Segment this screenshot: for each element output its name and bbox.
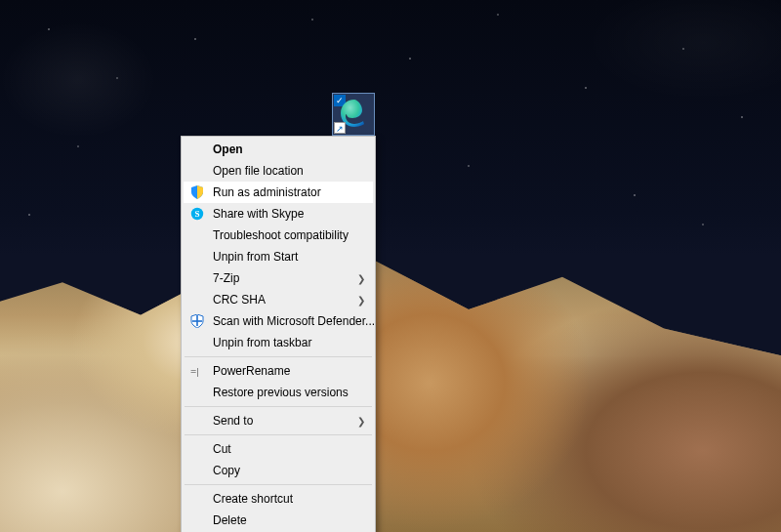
wallpaper-stars (0, 0, 781, 261)
menu-item-copy[interactable]: Copy (184, 460, 373, 481)
menu-item-label: PowerRename (213, 364, 290, 378)
menu-separator (185, 434, 372, 435)
menu-item-label: Run as administrator (213, 185, 321, 199)
rename-icon: =| (189, 363, 205, 379)
menu-separator (185, 484, 372, 485)
shield-admin-icon (189, 184, 205, 200)
desktop-icon-edge[interactable]: ✓ ↗ (332, 93, 375, 136)
menu-item-label: Send to (213, 414, 253, 428)
menu-item-label: Scan with Microsoft Defender... (213, 314, 375, 328)
shortcut-arrow-icon: ↗ (334, 122, 346, 134)
menu-item-cut[interactable]: Cut (184, 438, 373, 460)
menu-item-label: Troubleshoot compatibility (213, 228, 349, 242)
menu-icon-empty (189, 142, 205, 157)
menu-icon-empty (189, 413, 205, 429)
svg-rect-3 (192, 320, 202, 322)
menu-item-unpin-start[interactable]: Unpin from Start (184, 246, 373, 267)
menu-separator (185, 356, 372, 357)
menu-item-label: Open file location (213, 164, 304, 178)
menu-item-create-shortcut[interactable]: Create shortcut (184, 488, 373, 510)
menu-item-label: Delete (213, 513, 247, 527)
menu-item-open-file-location[interactable]: Open file location (184, 160, 373, 182)
desktop-context-menu: OpenOpen file locationRun as administrat… (181, 136, 376, 532)
menu-icon-empty (189, 335, 205, 350)
menu-item-run-as-admin[interactable]: Run as administrator (184, 182, 373, 203)
menu-icon-empty (189, 463, 205, 478)
menu-icon-empty (189, 227, 205, 243)
menu-item-label: Open (213, 143, 243, 156)
chevron-right-icon: ❯ (357, 273, 365, 284)
menu-item-power-rename[interactable]: =|PowerRename (184, 360, 373, 382)
menu-item-label: Copy (213, 464, 240, 477)
menu-item-defender-scan[interactable]: Scan with Microsoft Defender... (184, 310, 373, 332)
menu-item-label: Create shortcut (213, 492, 293, 506)
menu-item-label: Cut (213, 442, 231, 456)
menu-item-unpin-taskbar[interactable]: Unpin from taskbar (184, 332, 373, 353)
menu-item-label: 7-Zip (213, 271, 239, 285)
menu-item-label: Restore previous versions (213, 386, 349, 399)
menu-icon-empty (189, 491, 205, 507)
menu-separator (185, 406, 372, 407)
menu-icon-empty (189, 385, 205, 400)
menu-item-share-skype[interactable]: SShare with Skype (184, 203, 373, 225)
svg-text:S: S (194, 209, 199, 219)
menu-icon-empty (189, 270, 205, 286)
menu-item-crc-sha[interactable]: CRC SHA❯ (184, 289, 373, 310)
menu-icon-empty (189, 292, 205, 307)
menu-item-send-to[interactable]: Send to❯ (184, 410, 373, 431)
menu-icon-empty (189, 441, 205, 457)
menu-item-label: Unpin from Start (213, 250, 298, 264)
menu-item-label: Unpin from taskbar (213, 336, 311, 349)
chevron-right-icon: ❯ (357, 295, 365, 306)
menu-item-troubleshoot[interactable]: Troubleshoot compatibility (184, 225, 373, 246)
menu-icon-empty (189, 163, 205, 179)
skype-icon: S (189, 206, 205, 222)
menu-icon-empty (189, 249, 205, 265)
menu-item-label: Share with Skype (213, 207, 304, 221)
chevron-right-icon: ❯ (357, 416, 365, 427)
menu-item-label: CRC SHA (213, 293, 266, 307)
menu-item-open[interactable]: Open (184, 139, 373, 160)
svg-text:=|: =| (190, 365, 198, 377)
menu-icon-empty (189, 512, 205, 528)
menu-item-seven-zip[interactable]: 7-Zip❯ (184, 267, 373, 289)
menu-item-delete[interactable]: Delete (184, 510, 373, 531)
defender-icon (189, 313, 205, 329)
menu-item-restore-versions[interactable]: Restore previous versions (184, 382, 373, 403)
